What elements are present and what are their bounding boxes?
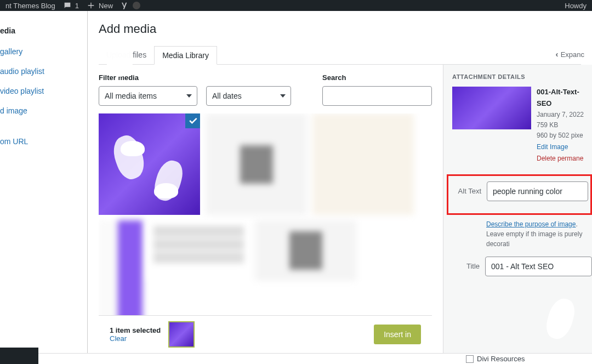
comment-icon: [63, 1, 72, 10]
wp-admin-bar: nt Themes Blog 1 New Howdy: [0, 0, 592, 11]
admin-bar-account[interactable]: Howdy: [565, 2, 587, 10]
admin-bar-yoast[interactable]: [121, 1, 140, 10]
admin-bar-comments[interactable]: 1: [63, 1, 79, 10]
admin-bar-site[interactable]: nt Themes Blog: [5, 2, 55, 10]
new-label: New: [99, 2, 113, 10]
comment-count: 1: [75, 2, 79, 10]
admin-bar-new[interactable]: New: [87, 1, 113, 10]
plus-icon: [87, 1, 95, 10]
yoast-icon: [121, 1, 129, 10]
status-dot-icon: [133, 2, 140, 9]
